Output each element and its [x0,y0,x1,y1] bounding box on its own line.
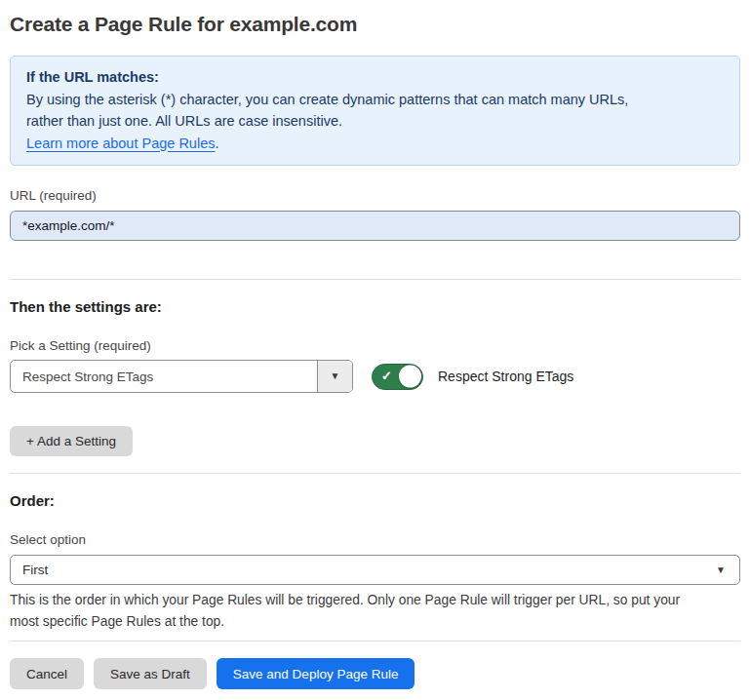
chevron-down-icon: ▼ [331,371,340,381]
page-title: Create a Page Rule for example.com [10,12,740,37]
info-box-heading: If the URL matches: [26,66,724,89]
setting-select-arrow-button[interactable]: ▼ [317,361,352,392]
save-and-deploy-button[interactable]: Save and Deploy Page Rule [217,658,415,689]
info-box-body-line-1: By using the asterisk (*) character, you… [26,89,724,111]
order-help-text: This is the order in which your Page Rul… [10,590,740,633]
info-box-link-line: Learn more about Page Rules. [26,133,724,155]
save-as-draft-button[interactable]: Save as Draft [94,658,207,689]
form-actions: Cancel Save as Draft Save and Deploy Pag… [10,658,740,689]
respect-strong-etags-toggle[interactable]: ✓ [372,364,423,390]
cancel-button[interactable]: Cancel [10,658,84,689]
settings-section-heading: Then the settings are: [10,297,740,316]
learn-more-link[interactable]: Learn more about Page Rules [26,136,215,151]
toggle-label: Respect Strong ETags [438,369,573,384]
create-page-rule-form: Create a Page Rule for example.com If th… [0,0,750,700]
order-help-line-2: most specific Page Rules at the top. [10,611,740,633]
chevron-down-icon: ▼ [716,565,726,575]
link-suffix-period: . [215,136,218,151]
toggle-knob [399,366,421,388]
add-setting-button[interactable]: + Add a Setting [10,426,133,456]
setting-row: Respect Strong ETags ▼ ✓ Respect Strong … [10,360,740,393]
url-field-label: URL (required) [10,188,740,204]
order-select[interactable]: First ▼ [10,555,740,585]
order-select-label: Select option [10,532,740,548]
divider [10,473,740,474]
setting-select-value: Respect Strong ETags [11,361,317,392]
order-select-value: First [22,563,716,577]
divider [10,641,740,642]
check-icon: ✓ [381,369,392,382]
url-input[interactable] [10,211,740,241]
info-box-body-line-2: rather than just one. All URLs are case … [26,110,724,133]
pick-setting-label: Pick a Setting (required) [10,338,740,354]
url-match-info-box: If the URL matches: By using the asteris… [10,56,740,166]
order-help-line-1: This is the order in which your Page Rul… [10,590,740,611]
divider [10,279,740,280]
order-section-heading: Order: [10,491,740,510]
setting-select[interactable]: Respect Strong ETags ▼ [10,360,353,393]
